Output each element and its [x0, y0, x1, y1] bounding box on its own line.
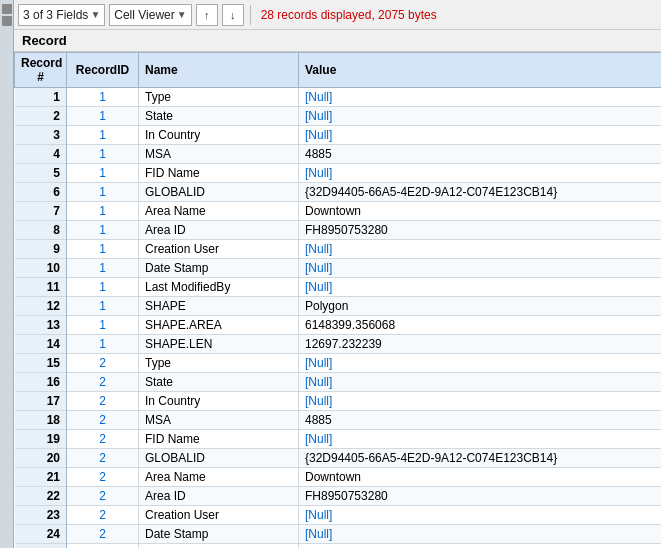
cell-record-id: 2: [67, 544, 139, 549]
table-row: 61GLOBALID{32D94405-66A5-4E2D-9A12-C074E…: [15, 183, 662, 202]
cell-value: [Null]: [299, 506, 662, 525]
left-sidebar: [0, 0, 14, 548]
cell-record-num: 20: [15, 449, 67, 468]
cell-value: [Null]: [299, 392, 662, 411]
cell-name: FID Name: [139, 430, 299, 449]
cell-viewer-dropdown-arrow: ▼: [177, 9, 187, 20]
col-header-record: Record #: [15, 53, 67, 88]
cell-record-num: 4: [15, 145, 67, 164]
cell-name: State: [139, 373, 299, 392]
cell-name: Area Name: [139, 202, 299, 221]
table-row: 31In Country[Null]: [15, 126, 662, 145]
cell-name: MSA: [139, 145, 299, 164]
cell-record-num: 22: [15, 487, 67, 506]
main-toolbar: 3 of 3 Fields ▼ Cell Viewer ▼ ↑ ↓ 28 rec…: [14, 0, 661, 30]
table-row: 81Area IDFH8950753280: [15, 221, 662, 240]
fields-label: 3 of 3 Fields: [23, 8, 88, 22]
cell-record-id: 1: [67, 107, 139, 126]
cell-record-num: 10: [15, 259, 67, 278]
cell-value: [Null]: [299, 544, 662, 549]
cell-name: Date Stamp: [139, 525, 299, 544]
cell-name: GLOBALID: [139, 449, 299, 468]
cell-value: [Null]: [299, 259, 662, 278]
cell-record-num: 18: [15, 411, 67, 430]
cell-name: Type: [139, 88, 299, 107]
table-row: 212Area NameDowntown: [15, 468, 662, 487]
cell-name: Type: [139, 354, 299, 373]
record-label: Record: [18, 33, 71, 48]
cell-name: In Country: [139, 392, 299, 411]
cell-record-num: 12: [15, 297, 67, 316]
cell-record-num: 25: [15, 544, 67, 549]
fields-dropdown[interactable]: 3 of 3 Fields ▼: [18, 4, 105, 26]
table-row: 222Area IDFH8950753280: [15, 487, 662, 506]
cell-record-id: 1: [67, 164, 139, 183]
table-row: 141SHAPE.LEN12697.232239: [15, 335, 662, 354]
table-header: Record # RecordID Name Value: [15, 53, 662, 88]
cell-value: [Null]: [299, 126, 662, 145]
sort-down-button[interactable]: ↓: [222, 4, 244, 26]
cell-record-id: 2: [67, 373, 139, 392]
col-header-recordid: RecordID: [67, 53, 139, 88]
cell-record-num: 14: [15, 335, 67, 354]
sort-up-icon: ↑: [204, 9, 210, 21]
cell-value: Downtown: [299, 468, 662, 487]
cell-record-id: 1: [67, 183, 139, 202]
cell-value: [Null]: [299, 88, 662, 107]
status-bytes: 2075 bytes: [378, 8, 437, 22]
cell-record-num: 3: [15, 126, 67, 145]
cell-record-num: 24: [15, 525, 67, 544]
cell-viewer-dropdown[interactable]: Cell Viewer ▼: [109, 4, 191, 26]
cell-value: {32D94405-66A5-4E2D-9A12-C074E123CB14}: [299, 183, 662, 202]
cell-record-num: 1: [15, 88, 67, 107]
cell-record-id: 2: [67, 392, 139, 411]
sort-down-icon: ↓: [230, 9, 236, 21]
cell-value: {32D94405-66A5-4E2D-9A12-C074E123CB14}: [299, 449, 662, 468]
cell-record-id: 2: [67, 430, 139, 449]
table-row: 11Type[Null]: [15, 88, 662, 107]
cell-value: 12697.232239: [299, 335, 662, 354]
cell-record-id: 1: [67, 221, 139, 240]
table-row: 51FID Name[Null]: [15, 164, 662, 183]
record-toolbar: Record: [14, 30, 661, 52]
cell-name: Last ModifiedBy: [139, 278, 299, 297]
cell-name: FID Name: [139, 164, 299, 183]
cell-record-id: 1: [67, 126, 139, 145]
cell-record-id: 2: [67, 411, 139, 430]
table-row: 131SHAPE.AREA6148399.356068: [15, 316, 662, 335]
data-table: Record # RecordID Name Value 11Type[Null…: [14, 52, 661, 548]
sort-up-button[interactable]: ↑: [196, 4, 218, 26]
cell-value: [Null]: [299, 240, 662, 259]
table-row: 252Last ModifiedBy[Null]: [15, 544, 662, 549]
table-row: 111Last ModifiedBy[Null]: [15, 278, 662, 297]
cell-name: Area Name: [139, 468, 299, 487]
cell-record-id: 1: [67, 297, 139, 316]
cell-record-num: 5: [15, 164, 67, 183]
cell-name: Creation User: [139, 240, 299, 259]
cell-record-id: 2: [67, 525, 139, 544]
cell-value: [Null]: [299, 107, 662, 126]
col-header-name: Name: [139, 53, 299, 88]
cell-record-id: 1: [67, 240, 139, 259]
cell-record-num: 7: [15, 202, 67, 221]
cell-record-id: 1: [67, 316, 139, 335]
table-row: 232Creation User[Null]: [15, 506, 662, 525]
table-row: 41MSA4885: [15, 145, 662, 164]
cell-record-id: 1: [67, 145, 139, 164]
cell-name: In Country: [139, 126, 299, 145]
fields-dropdown-arrow: ▼: [90, 9, 100, 20]
table-row: 172In Country[Null]: [15, 392, 662, 411]
cell-value: FH8950753280: [299, 221, 662, 240]
data-table-container[interactable]: Record # RecordID Name Value 11Type[Null…: [14, 52, 661, 548]
cell-name: MSA: [139, 411, 299, 430]
cell-name: State: [139, 107, 299, 126]
table-row: 121SHAPEPolygon: [15, 297, 662, 316]
cell-value: FH8950753280: [299, 487, 662, 506]
cell-value: [Null]: [299, 373, 662, 392]
cell-record-id: 1: [67, 202, 139, 221]
cell-record-num: 15: [15, 354, 67, 373]
status-records: 28 records displayed,: [261, 8, 378, 22]
toolbar-separator: [250, 5, 251, 25]
cell-name: Last ModifiedBy: [139, 544, 299, 549]
cell-value: [Null]: [299, 164, 662, 183]
